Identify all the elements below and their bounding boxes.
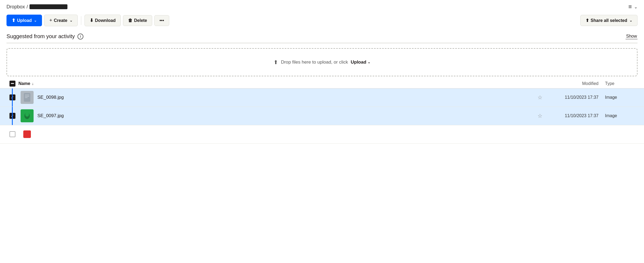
- delete-button[interactable]: 🗑 Delete: [123, 15, 152, 26]
- section-divider: [6, 43, 638, 43]
- svg-rect-3: [25, 97, 28, 98]
- table-row[interactable]: ✓ SE_0097.jpg☆11/10/2023 17:37Image: [0, 107, 644, 125]
- top-right-controls: ≡ ⌄: [628, 3, 638, 10]
- suggested-title-area: Suggested from your activity i: [6, 33, 83, 40]
- table-row[interactable]: [0, 125, 644, 144]
- drop-zone-text: ⬆ Drop files here to upload, or click Up…: [274, 59, 370, 65]
- download-button[interactable]: ⬇ Download: [84, 15, 121, 26]
- file-type: Image: [605, 95, 638, 100]
- suggested-title: Suggested from your activity: [6, 33, 75, 40]
- sort-icon: ↓: [32, 81, 34, 86]
- file-list: ✓ SE_0098.jpg☆11/10/2023 17:37Image✓ SE_…: [0, 88, 644, 144]
- file-modified: 11/10/2023 17:37: [545, 95, 605, 100]
- menu-icon[interactable]: ≡: [628, 3, 632, 10]
- star-icon[interactable]: ☆: [535, 94, 545, 101]
- app-name: Dropbox: [6, 4, 25, 10]
- row-selected-border: [12, 107, 13, 125]
- share-icon: ⬆: [586, 18, 589, 23]
- info-icon[interactable]: i: [77, 34, 83, 40]
- row-selected-border: [12, 88, 13, 107]
- download-icon: ⬇: [90, 18, 93, 23]
- upload-icon: ⬆: [12, 18, 15, 23]
- thumbnail-image: [21, 128, 34, 141]
- chevron-down-icon[interactable]: ⌄: [634, 4, 638, 9]
- svg-rect-2: [25, 96, 29, 97]
- drop-text: Drop files here to upload, or click: [281, 60, 348, 65]
- plus-icon: +: [49, 18, 52, 23]
- top-bar: Dropbox / ≡ ⌄: [0, 0, 644, 12]
- upload-chevron-icon: ⌄: [34, 18, 37, 22]
- minus-icon: [11, 83, 14, 84]
- table-header: Name ↓ Modified Type: [0, 79, 644, 88]
- breadcrumb-separator: /: [27, 4, 28, 10]
- suggested-section: Suggested from your activity i Show: [0, 29, 644, 41]
- select-all-checkbox[interactable]: [6, 81, 18, 87]
- file-thumbnail: [21, 109, 34, 122]
- select-all-check-box[interactable]: [9, 81, 15, 87]
- svg-point-5: [25, 112, 29, 117]
- share-all-selected-button[interactable]: ⬆ Share all selected ⌄: [580, 15, 638, 26]
- upload-arrow-icon: ⬆: [274, 59, 278, 65]
- breadcrumb: Dropbox /: [6, 4, 67, 10]
- share-chevron-icon: ⌄: [629, 18, 632, 22]
- folder-name-redacted: [30, 4, 67, 9]
- create-button[interactable]: + Create ⌄: [44, 15, 77, 26]
- upload-button[interactable]: ⬆ Upload ⌄: [6, 15, 42, 26]
- file-name[interactable]: SE_0097.jpg: [37, 113, 535, 119]
- more-button[interactable]: •••: [154, 15, 169, 26]
- thumbnail-image: [21, 91, 34, 104]
- file-type: Image: [605, 113, 638, 118]
- toolbar-separator: [81, 16, 81, 25]
- trash-icon: 🗑: [128, 18, 132, 23]
- name-column-header[interactable]: Name ↓: [18, 81, 545, 86]
- file-modified: 11/10/2023 17:37: [545, 113, 605, 118]
- drop-upload-link[interactable]: Upload ⌄: [351, 60, 370, 65]
- file-thumbnail: [21, 128, 34, 141]
- checkbox-empty[interactable]: [9, 131, 15, 137]
- drop-chevron-icon: ⌄: [367, 60, 370, 64]
- modified-column-header: Modified: [545, 81, 605, 86]
- thumbnail-image: [21, 109, 34, 122]
- table-row[interactable]: ✓ SE_0098.jpg☆11/10/2023 17:37Image: [0, 88, 644, 107]
- toolbar: ⬆ Upload ⌄ + Create ⌄ ⬇ Download 🗑 Delet…: [0, 12, 644, 29]
- star-icon[interactable]: ☆: [535, 113, 545, 119]
- create-chevron-icon: ⌄: [70, 18, 73, 22]
- show-button[interactable]: Show: [626, 34, 638, 39]
- file-thumbnail: [21, 91, 34, 104]
- svg-rect-1: [25, 95, 29, 95]
- type-column-header: Type: [605, 81, 638, 86]
- row-checkbox[interactable]: [6, 131, 18, 137]
- drop-zone[interactable]: ⬆ Drop files here to upload, or click Up…: [6, 48, 638, 76]
- file-name[interactable]: SE_0098.jpg: [37, 95, 535, 100]
